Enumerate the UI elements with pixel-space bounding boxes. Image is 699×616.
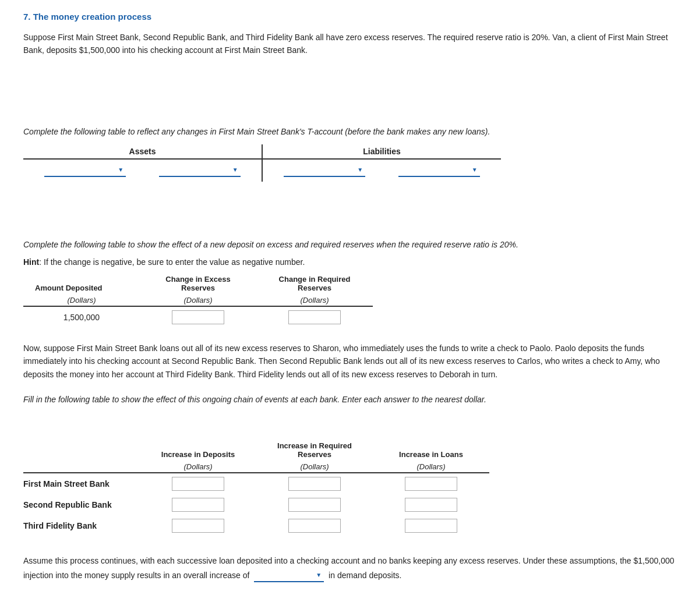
bank3-required-input[interactable] (288, 519, 341, 533)
reserves-table: Amount Deposited Change in Excess Reserv… (23, 272, 373, 328)
increase-loans-header: Increase in Loans (373, 439, 489, 461)
required-unit: (Dollars) (256, 461, 373, 472)
bank2-label: Second Republic Bank (23, 494, 140, 515)
change-required-unit: (Dollars) (256, 295, 373, 306)
deposits-unit: (Dollars) (140, 461, 256, 472)
liabilities-dropdown2[interactable]: Reserves Loans Deposits Securities ▼ (398, 164, 480, 177)
liabilities-dropdown1[interactable]: Reserves Loans Deposits Securities ▼ (284, 164, 365, 177)
bank1-deposits-input[interactable] (172, 477, 224, 491)
final-text-after: in demand deposits. (329, 571, 401, 580)
table-row: First Main Street Bank (23, 473, 489, 494)
table-row: Second Republic Bank (23, 494, 489, 515)
banks-table: Increase in Deposits Increase in Require… (23, 439, 489, 536)
t-account-table: Assets Liabilities Reserves Loans Deposi… (23, 144, 501, 182)
bank2-deposits-input[interactable] (172, 498, 224, 512)
hint-text: Hint: If the change is negative, be sure… (23, 257, 676, 267)
increase-required-header: Increase in Required Reserves (256, 439, 373, 461)
bank1-label: First Main Street Bank (23, 473, 140, 494)
amount-deposited-header: Amount Deposited (23, 272, 140, 295)
bank3-loans-input[interactable] (405, 519, 457, 533)
amount-deposited-value: 1,500,000 (23, 306, 140, 328)
change-required-header: Change in Required Reserves (256, 272, 373, 295)
fill-instruction: Fill in the following table to show the … (23, 395, 676, 404)
bank1-loans-input[interactable] (405, 477, 457, 491)
narrative-paragraph: Now, suppose First Main Street Bank loan… (23, 342, 676, 381)
assets-header: Assets (23, 144, 262, 159)
increase-deposits-header: Increase in Deposits (140, 439, 256, 461)
bank3-deposits-input[interactable] (172, 519, 224, 533)
instruction2: Complete the following table to show the… (23, 240, 676, 249)
liabilities-header: Liabilities (262, 144, 501, 159)
assets-dropdown1[interactable]: Reserves Loans Deposits Securities ▼ (44, 164, 126, 177)
page-title: 7. The money creation process (23, 12, 676, 22)
excess-reserves-input[interactable] (172, 310, 224, 324)
demand-deposits-dropdown[interactable]: $7,500,000 $6,000,000 $1,500,000 $300,00… (254, 569, 324, 582)
instruction1: Complete the following table to reflect … (23, 127, 676, 136)
assets-dropdown2[interactable]: Reserves Loans Deposits Securities ▼ (159, 164, 241, 177)
required-reserves-input[interactable] (288, 310, 341, 324)
loans-unit: (Dollars) (373, 461, 489, 472)
change-excess-header: Change in Excess Reserves (140, 272, 256, 295)
bank2-loans-input[interactable] (405, 498, 457, 512)
table-row: Third Fidelity Bank (23, 515, 489, 536)
change-excess-unit: (Dollars) (140, 295, 256, 306)
intro-paragraph: Suppose First Main Street Bank, Second R… (23, 31, 676, 57)
bank1-required-input[interactable] (288, 477, 341, 491)
bank2-required-input[interactable] (288, 498, 341, 512)
amount-deposited-unit: (Dollars) (23, 295, 140, 306)
bank3-label: Third Fidelity Bank (23, 515, 140, 536)
final-paragraph: Assume this process continues, with each… (23, 554, 676, 583)
